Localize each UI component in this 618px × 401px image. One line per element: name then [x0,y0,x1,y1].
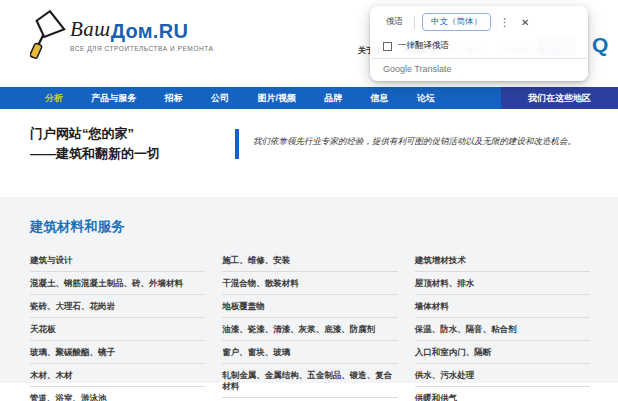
page: ВашДом.RU ВСЕ ДЛЯ СТРОИТЕЛЬСТВА И РЕМОНТ… [0,0,618,401]
nav-item[interactable]: 信息 [371,92,389,105]
close-icon[interactable]: ✕ [521,17,529,28]
always-translate-label: 一律翻译俄语 [398,40,449,52]
quote-text: 我们依靠领先行业专家的经验，提供有利可图的促销活动以及无限的建设和改造机会。 [253,129,618,197]
service-link[interactable]: 供暖和供气 [415,387,590,401]
nav-item-regions[interactable]: 我们在这些地区 [501,87,618,109]
nav-item[interactable]: 产品与服务 [91,92,136,105]
translate-target-tab[interactable]: 中文（简体） [422,13,491,31]
service-link[interactable]: 油漆、瓷漆、清漆、灰浆、底漆、防腐剂 [222,318,397,341]
header: ВашДом.RU ВСЕ ДЛЯ СТРОИТЕЛЬСТВА И РЕМОНТ… [0,0,618,87]
service-link[interactable]: 轧制金属、金属结构、五金制品、锻造、复合材料 [222,364,397,398]
always-translate-checkbox[interactable] [383,42,392,51]
nav-items: 分析产品与服务招标公司图片/视频品牌信息论坛 [0,87,435,109]
service-link[interactable]: 地板覆盖物 [222,295,397,318]
hero: 门户网站“您的家” ——建筑和翻新的一切 我们依靠领先行业专家的经验，提供有利可… [0,109,618,197]
page-title: 门户网站“您的家” ——建筑和翻新的一切 [30,124,235,197]
service-link[interactable]: 木材、木材 [30,364,205,387]
service-link[interactable]: 建筑增材技术 [415,249,590,272]
logo-word-vash: Ваш [70,17,111,42]
nav-item[interactable]: 论坛 [417,92,435,105]
site-logo[interactable]: ВашДом.RU ВСЕ ДЛЯ СТРОИТЕЛЬСТВА И РЕМОНТ… [30,9,213,61]
service-link[interactable]: 玻璃、聚碳酸酯、镜子 [30,341,205,364]
service-link[interactable]: 屋顶材料、排水 [415,272,590,295]
service-link[interactable]: 入口和室内门、隔断 [415,341,590,364]
service-link[interactable]: 管道、浴室、游泳池 [30,387,205,401]
service-link[interactable]: 瓷砖、大理石、花岗岩 [30,295,205,318]
service-link[interactable]: 施工、维修、安装 [222,249,397,272]
logo-tagline: ВСЕ ДЛЯ СТРОИТЕЛЬСТВА И РЕМОНТА [70,45,213,52]
nav-item[interactable]: 图片/视频 [257,92,296,105]
services-section: 建筑材料和服务 建筑与设计混凝土、钢筋混凝土制品、砖、外墙材料瓷砖、大理石、花岗… [0,197,618,401]
logo-word-dom: Дом.RU [111,20,188,43]
services-column-2: 施工、维修、安装干混合物、散装材料地板覆盖物油漆、瓷漆、清漆、灰浆、底漆、防腐剂… [222,249,397,401]
service-link[interactable]: 供水、污水处理 [415,364,590,387]
search-icon[interactable]: Q [592,34,608,55]
service-link[interactable]: 建筑与设计 [30,249,205,272]
service-link[interactable]: 干混合物、散装材料 [222,272,397,295]
service-link[interactable]: 天花板 [30,318,205,341]
quote-accent-bar [235,129,239,159]
kebab-menu-icon[interactable]: ⋮ [499,16,510,29]
main-nav: 分析产品与服务招标公司图片/视频品牌信息论坛 我们在这些地区 [0,87,618,109]
nav-item[interactable]: 品牌 [324,92,342,105]
services-column-3: 建筑增材技术屋顶材料、排水墙体材料保温、防水、隔音、粘合剂入口和室内门、隔断供水… [415,249,590,401]
service-link[interactable]: 窗户、窗块、玻璃 [222,341,397,364]
service-link[interactable]: 保温、防水、隔音、粘合剂 [415,318,590,341]
services-column-1: 建筑与设计混凝土、钢筋混凝土制品、砖、外墙材料瓷砖、大理石、花岗岩天花板玻璃、聚… [30,249,205,401]
divider [414,16,415,29]
nav-item[interactable]: 招标 [165,92,183,105]
trowel-icon [30,9,68,61]
nav-item[interactable]: 分析 [45,92,63,105]
service-link[interactable]: 混凝土、钢筋混凝土制品、砖、外墙材料 [30,272,205,295]
google-translate-brand: Google Translate [370,59,588,81]
service-link[interactable]: 墙体材料 [415,295,590,318]
translate-source-tab[interactable]: 俄语 [382,13,407,31]
nav-item[interactable]: 公司 [211,92,229,105]
hero-quote: 我们依靠领先行业专家的经验，提供有利可图的促销活动以及无限的建设和改造机会。 [235,129,618,197]
google-translate-popup: 俄语 中文（简体） ⋮ ✕ 一律翻译俄语 Google Translate [370,6,588,81]
services-title: 建筑材料和服务 [30,218,590,236]
